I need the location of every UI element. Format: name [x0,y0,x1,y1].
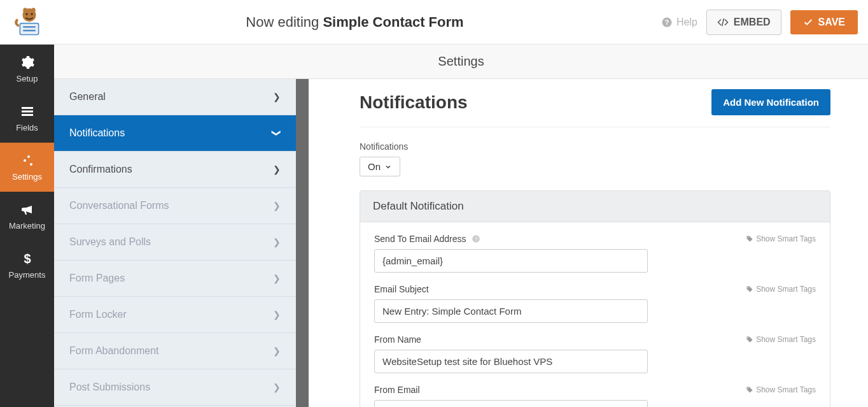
show-smart-tags-link[interactable]: Show Smart Tags [746,285,816,294]
rail-item-settings[interactable]: Settings [0,143,54,192]
svg-point-13 [27,155,30,158]
tag-icon [746,235,753,243]
notification-panel: Default Notification Send To Email Addre… [360,190,830,407]
svg-point-20 [748,287,749,289]
chevron-right-icon: ❯ [273,273,281,283]
sidebar-item-form-abandonment[interactable]: Form Abandonment❯ [54,333,296,369]
editing-prefix: Now editing [246,14,323,30]
tag-icon [746,285,753,293]
dollar-icon: $ [20,251,35,266]
sliders-icon [20,153,35,168]
svg-text:?: ? [474,236,477,242]
section-header: Settings [54,45,868,79]
chevron-right-icon: ❯ [273,382,281,392]
from-email-input[interactable] [374,400,648,407]
from-name-label: From Name [374,334,421,345]
add-notification-button[interactable]: Add New Notification [711,89,830,115]
chevron-right-icon: ❯ [273,92,281,102]
chevron-right-icon: ❯ [273,164,281,175]
rail-label: Fields [16,123,38,132]
show-smart-tags-link[interactable]: Show Smart Tags [746,234,816,243]
send-to-label: Send To Email Address [374,234,466,244]
embed-button[interactable]: EMBED [706,10,781,35]
svg-rect-5 [20,23,38,34]
chevron-down-icon: ❯ [272,129,282,137]
svg-rect-12 [22,114,33,116]
svg-point-3 [23,8,27,13]
panel-title: Default Notification [360,191,830,222]
sidebar-item-form-pages[interactable]: Form Pages❯ [54,261,296,297]
tag-icon [746,386,753,394]
from-email-label: From Email [374,385,420,395]
rail-item-marketing[interactable]: Marketing [0,192,54,241]
rail-label: Marketing [9,221,45,231]
show-smart-tags-link[interactable]: Show Smart Tags [746,335,816,344]
toggle-value: On [368,161,381,172]
bullhorn-icon [20,202,35,217]
editing-title: Now editing Simple Contact Form [48,14,661,31]
sidebar-item-notifications[interactable]: Notifications❯ [54,115,296,152]
sidebar-item-form-locker[interactable]: Form Locker❯ [54,297,296,333]
subject-label: Email Subject [374,284,429,294]
save-button[interactable]: SAVE [790,10,858,34]
page-title: Notifications [360,92,468,113]
embed-label: EMBED [734,17,771,28]
topbar-actions: ? Help EMBED SAVE [661,10,858,35]
sidebar-item-general[interactable]: General❯ [54,79,296,115]
help-icon[interactable]: ? [472,234,480,243]
main-content: Notifications Add New Notification Notif… [321,79,868,407]
tag-icon [746,336,753,343]
svg-point-1 [25,13,27,15]
svg-text:?: ? [665,18,669,25]
chevron-down-icon [384,163,392,171]
notifications-toggle-label: Notifications [360,141,830,152]
send-to-input[interactable] [374,249,648,273]
rail-item-setup[interactable]: Setup [0,45,54,94]
chevron-right-icon: ❯ [273,237,281,247]
form-name: Simple Contact Form [323,14,463,30]
sidebar-item-conversational-forms[interactable]: Conversational Forms❯ [54,188,296,224]
svg-point-19 [748,237,749,238]
svg-point-22 [748,388,749,389]
svg-point-2 [31,13,32,15]
sidebar-item-confirmations[interactable]: Confirmations❯ [54,152,296,188]
svg-point-15 [30,163,32,166]
gear-icon [20,55,35,70]
svg-text:$: $ [24,252,31,266]
save-label: SAVE [818,17,845,28]
rail-label: Settings [12,172,42,182]
list-icon [20,104,35,119]
help-label: Help [676,17,697,28]
section-title: Settings [438,54,484,69]
svg-point-14 [24,159,26,162]
rail-item-fields[interactable]: Fields [0,94,54,143]
help-link[interactable]: ? Help [661,17,697,28]
page-header: Notifications Add New Notification [360,89,830,127]
chevron-right-icon: ❯ [273,310,281,320]
left-rail: Setup Fields Settings Marketing $ Paymen… [0,45,54,407]
wpforms-logo [10,4,48,40]
svg-point-21 [748,338,749,339]
show-smart-tags-link[interactable]: Show Smart Tags [746,385,816,394]
subject-input[interactable] [374,299,648,323]
sidebar-item-post-submissions[interactable]: Post Submissions❯ [54,369,296,406]
sidebar-item-surveys-polls[interactable]: Surveys and Polls❯ [54,224,296,261]
rail-item-payments[interactable]: $ Payments [0,241,54,290]
svg-rect-11 [22,111,33,113]
rail-label: Payments [9,270,46,280]
chevron-right-icon: ❯ [273,346,281,356]
svg-point-4 [31,8,36,13]
from-name-input[interactable] [374,350,648,373]
svg-rect-10 [22,107,33,109]
settings-sidebar[interactable]: General❯ Notifications❯ Confirmations❯ C… [54,79,309,407]
notifications-toggle[interactable]: On [360,157,400,176]
chevron-right-icon: ❯ [273,201,281,211]
topbar: Now editing Simple Contact Form ? Help E… [0,0,868,45]
rail-label: Setup [17,74,38,83]
